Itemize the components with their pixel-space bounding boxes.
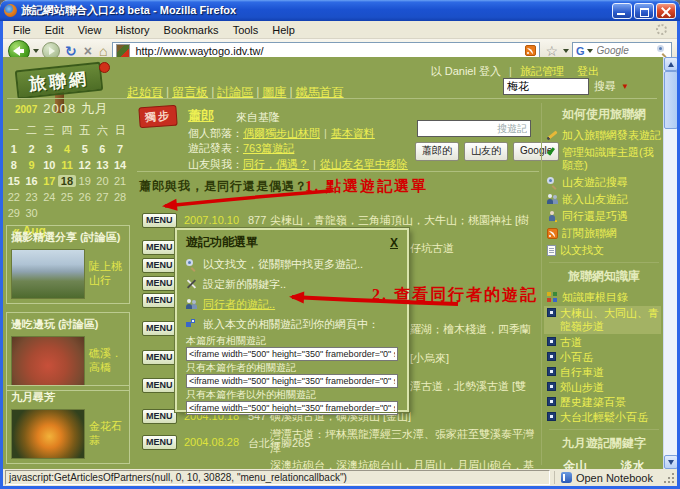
nav-home-link[interactable]: 起始頁 bbox=[127, 85, 163, 99]
embed-code-input[interactable] bbox=[186, 401, 398, 415]
kb-item[interactable]: 自行車道 bbox=[547, 366, 661, 379]
kb-item[interactable]: 郊山步道 bbox=[547, 381, 661, 394]
calendar-day[interactable]: 14 bbox=[111, 159, 129, 171]
popup-menu-item[interactable]: 以文找文，從關聯中找更多遊記.. bbox=[186, 254, 398, 274]
sidebar-item[interactable]: 管理知識庫主題(我願意) bbox=[547, 146, 661, 172]
calendar-day[interactable]: 3 bbox=[40, 143, 58, 155]
search-author-button[interactable]: 蕭郎的 bbox=[415, 142, 459, 161]
calendar-day[interactable]: 16 bbox=[23, 175, 41, 187]
kb-item-label[interactable]: 自行車道 bbox=[560, 366, 604, 379]
keyword-link[interactable]: 金山 bbox=[547, 458, 604, 469]
site-search-input[interactable] bbox=[503, 78, 589, 95]
calendar-day[interactable]: 27 bbox=[94, 191, 112, 203]
calendar-day[interactable]: 18 bbox=[58, 175, 76, 187]
sidebar-item-label[interactable]: 同行還是巧遇 bbox=[562, 210, 628, 223]
embed-code-input[interactable] bbox=[186, 374, 398, 388]
sidebar-item[interactable]: 加入旅聯網發表遊記 bbox=[547, 129, 661, 142]
kb-item[interactable]: 大棟山、大同山、青龍嶺步道 bbox=[544, 306, 661, 334]
trip-date[interactable]: 2007.10.10 bbox=[184, 214, 239, 226]
sidebar-item[interactable]: 訂閱旅聯網 bbox=[547, 227, 661, 240]
calendar-day[interactable] bbox=[58, 207, 76, 219]
kb-item[interactable]: 歷史建築百景 bbox=[547, 396, 661, 409]
url-input[interactable] bbox=[133, 44, 522, 58]
open-notebook-button[interactable]: Open Notebook bbox=[554, 471, 659, 484]
kb-item[interactable]: 大台北輕鬆小百岳 bbox=[547, 411, 661, 424]
popup-close-button[interactable]: X bbox=[390, 236, 398, 250]
menu-button[interactable]: MENU bbox=[142, 293, 177, 308]
calendar-day[interactable] bbox=[94, 207, 112, 219]
calendar-day[interactable]: 12 bbox=[76, 159, 94, 171]
menu-button[interactable]: MENU bbox=[142, 409, 177, 424]
member-name-link[interactable]: 蕭郎 bbox=[188, 107, 214, 125]
google-search-input[interactable] bbox=[595, 44, 655, 57]
menu-item[interactable]: View bbox=[71, 23, 109, 37]
popup-menu-item[interactable]: 嵌入本文的相關遊記到你的網頁中： bbox=[186, 314, 398, 334]
kb-item[interactable]: 知識庫根目錄 bbox=[547, 291, 661, 304]
menu-item[interactable]: Help bbox=[265, 23, 302, 37]
sidebar-item-label[interactable]: 訂閱旅聯網 bbox=[562, 227, 617, 240]
calendar-day[interactable]: 21 bbox=[111, 175, 129, 187]
trip-search-input[interactable] bbox=[417, 120, 531, 137]
trip-title-link[interactable]: 深澳坑砲台，深澳坑砲台山，月眉山，月眉山砲台，基 bbox=[270, 458, 538, 469]
rss-icon[interactable] bbox=[525, 45, 536, 56]
site-search-button[interactable]: 搜尋 bbox=[594, 79, 616, 94]
trip-title-fragment[interactable]: 羅湖；檜木棧道，四季蘭 bbox=[410, 322, 538, 337]
trip-number[interactable]: 877 bbox=[248, 214, 266, 226]
kb-item[interactable]: 古道 bbox=[547, 336, 661, 349]
kb-item-label[interactable]: 知識庫根目錄 bbox=[562, 291, 628, 304]
calendar-day[interactable]: 19 bbox=[76, 175, 94, 187]
popup-item-label[interactable]: 嵌入本文的相關遊記到你的網頁中： bbox=[203, 317, 379, 332]
calendar-day[interactable]: 20 bbox=[94, 175, 112, 187]
sidebar-item-label[interactable]: 加入旅聯網發表遊記 bbox=[562, 129, 661, 142]
calendar-day[interactable]: 23 bbox=[23, 191, 41, 203]
menu-item[interactable]: Edit bbox=[38, 23, 71, 37]
menu-item[interactable]: Tools bbox=[226, 23, 266, 37]
menu-button[interactable]: MENU bbox=[142, 213, 177, 228]
calendar-day[interactable] bbox=[111, 207, 129, 219]
bookmark-dropdown-icon[interactable] bbox=[563, 49, 569, 53]
kb-item-label[interactable]: 大棟山、大同山、青龍嶺步道 bbox=[560, 307, 660, 333]
sidebar-item-label[interactable]: 嵌入山友遊記 bbox=[562, 193, 628, 206]
search-engine-dropdown-icon[interactable] bbox=[587, 49, 593, 53]
calendar-day[interactable]: 7 bbox=[111, 143, 129, 155]
back-dropdown-icon[interactable] bbox=[33, 49, 39, 53]
nav-forum-link[interactable]: 討論區 bbox=[217, 85, 253, 99]
scroll-down-arrow[interactable] bbox=[664, 455, 678, 469]
sidebar-item[interactable]: 嵌入山友遊記 bbox=[547, 193, 661, 206]
embed-code-input[interactable] bbox=[186, 347, 398, 361]
minimize-button[interactable] bbox=[612, 3, 632, 19]
titlebar[interactable]: 旅記網站聯合入口2.8 beta - Mozilla Firefox bbox=[0, 0, 680, 21]
menu-button[interactable]: MENU bbox=[142, 350, 177, 365]
basic-info-link[interactable]: 基本資料 bbox=[331, 127, 375, 139]
sidebar-item[interactable]: 同行還是巧遇 bbox=[547, 210, 661, 223]
calendar-day[interactable]: 5 bbox=[76, 143, 94, 155]
feature-box-title[interactable]: 攝影精選分享 (討論區) bbox=[11, 230, 125, 245]
sidebar-item[interactable]: 以文找文 bbox=[547, 244, 661, 257]
calendar-day[interactable]: 25 bbox=[58, 191, 76, 203]
trip-title-fragment[interactable]: 仔坑古道 bbox=[410, 241, 538, 256]
popup-menu-item[interactable]: 設定新的關鍵字.. bbox=[186, 274, 398, 294]
remove-friend-link[interactable]: 從山友名單中移除 bbox=[320, 158, 408, 170]
popup-item-label[interactable]: 以文找文，從關聯中找更多遊記.. bbox=[203, 257, 363, 272]
kb-item-label[interactable]: 郊山步道 bbox=[560, 381, 604, 394]
calendar-day[interactable]: 8 bbox=[5, 159, 23, 171]
feature-caption-link[interactable]: 金花石蒜 bbox=[89, 420, 125, 448]
sidebar-item-label[interactable]: 以文找文 bbox=[560, 244, 604, 257]
kb-item-label[interactable]: 大台北輕鬆小百岳 bbox=[560, 411, 648, 424]
mountain-photo[interactable] bbox=[11, 249, 85, 299]
calendar-day[interactable]: 17 bbox=[40, 175, 58, 187]
calendar-day[interactable]: 10 bbox=[40, 159, 58, 171]
menu-button[interactable]: MENU bbox=[142, 321, 177, 336]
sidebar-item[interactable]: 山友遊記搜尋 bbox=[547, 176, 661, 189]
calendar-day[interactable]: 4 bbox=[58, 143, 76, 155]
posts-count-link[interactable]: 763篇遊記 bbox=[243, 142, 294, 154]
menu-item[interactable]: File bbox=[6, 23, 38, 37]
calendar-day[interactable] bbox=[76, 207, 94, 219]
calendar-day[interactable]: 9 bbox=[23, 159, 41, 171]
scrollbar-thumb[interactable] bbox=[664, 71, 678, 129]
kb-item[interactable]: 小百岳 bbox=[547, 351, 661, 364]
calendar-day[interactable]: 15 bbox=[5, 175, 23, 187]
calendar-day[interactable]: 24 bbox=[40, 191, 58, 203]
scroll-up-arrow[interactable] bbox=[664, 57, 678, 71]
manage-trips-link[interactable]: 旅記管理 bbox=[520, 65, 564, 77]
